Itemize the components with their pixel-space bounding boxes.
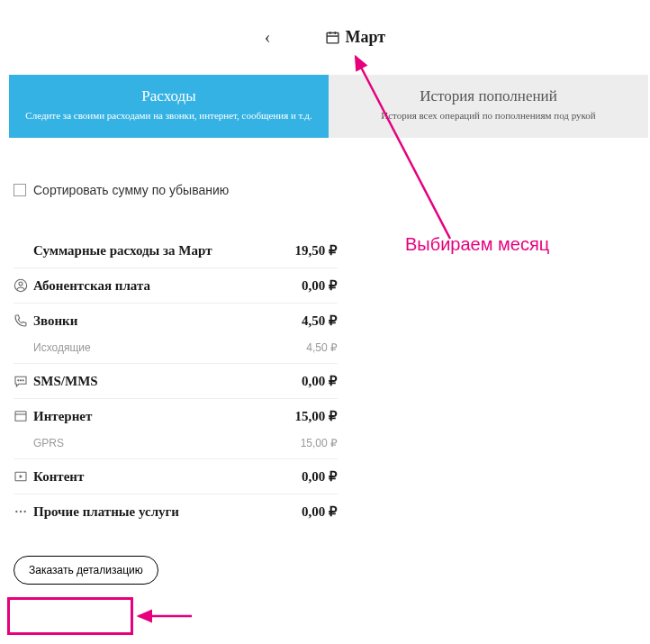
tab-history[interactable]: История пополнений История всех операций… — [329, 75, 648, 138]
dots-icon — [14, 504, 33, 519]
sort-label: Сортировать сумму по убыванию — [33, 183, 229, 197]
play-icon — [14, 469, 33, 484]
svg-point-8 — [19, 282, 23, 286]
row-calls[interactable]: Звонки 4,50 ₽ — [14, 304, 338, 338]
tab-history-title: История пополнений — [338, 87, 639, 105]
tab-history-subtitle: История всех операций по пополнениям под… — [338, 109, 639, 122]
tab-expenses-title: Расходы — [18, 87, 320, 105]
sms-value: 0,00 ₽ — [302, 373, 338, 389]
user-icon — [14, 278, 33, 293]
month-label: Март — [346, 28, 386, 47]
summary-value: 19,50 ₽ — [295, 242, 339, 259]
browser-icon — [14, 409, 33, 423]
row-subscription[interactable]: Абонентская плата 0,00 ₽ — [14, 268, 338, 304]
svg-point-9 — [18, 380, 19, 381]
subscription-value: 0,00 ₽ — [302, 277, 338, 294]
phone-icon — [14, 313, 33, 328]
month-picker[interactable]: Март — [325, 28, 386, 47]
other-label: Прочие платные услуги — [33, 504, 302, 520]
row-sms[interactable]: SMS/MMS 0,00 ₽ — [14, 364, 338, 399]
internet-value: 15,00 ₽ — [295, 408, 339, 424]
calls-label: Звонки — [33, 313, 302, 329]
internet-subvalue: 15,00 ₽ — [301, 437, 338, 449]
content-label: Контент — [33, 469, 302, 485]
summary-label: Суммарные расходы за Март — [33, 243, 295, 259]
row-other[interactable]: Прочие платные услуги 0,00 ₽ — [14, 494, 338, 529]
annotation-highlight — [7, 597, 133, 635]
calendar-icon — [325, 30, 340, 45]
svg-point-15 — [15, 511, 17, 512]
calls-sublabel: Исходящие — [33, 341, 306, 354]
svg-point-11 — [23, 380, 23, 381]
prev-month-button[interactable]: ‹ — [265, 27, 271, 48]
message-icon — [14, 374, 33, 388]
annotation-text: Выбираем месяц — [405, 234, 549, 255]
row-calls-sub: Исходящие 4,50 ₽ — [14, 338, 338, 364]
other-value: 0,00 ₽ — [302, 503, 338, 520]
sms-label: SMS/MMS — [33, 374, 302, 389]
content-value: 0,00 ₽ — [302, 468, 338, 485]
internet-label: Интернет — [33, 409, 295, 424]
tabs: Расходы Следите за своими расходами на з… — [9, 75, 648, 138]
svg-rect-0 — [327, 33, 339, 43]
tab-expenses-subtitle: Следите за своими расходами на звонки, и… — [18, 109, 320, 122]
row-content[interactable]: Контент 0,00 ₽ — [14, 459, 338, 494]
calls-value: 4,50 ₽ — [302, 313, 338, 329]
row-internet-sub: GPRS 15,00 ₽ — [14, 433, 338, 459]
sort-checkbox[interactable] — [14, 184, 26, 196]
annotation-arrow-bottom — [133, 605, 196, 627]
summary-row: Суммарные расходы за Март 19,50 ₽ — [14, 233, 338, 268]
sort-checkbox-row[interactable]: Сортировать сумму по убыванию — [14, 183, 338, 197]
tab-expenses[interactable]: Расходы Следите за своими расходами на з… — [9, 75, 329, 138]
svg-point-16 — [20, 511, 22, 512]
svg-point-17 — [24, 511, 26, 512]
subscription-label: Абонентская плата — [33, 278, 302, 294]
svg-rect-12 — [15, 412, 26, 422]
calls-subvalue: 4,50 ₽ — [306, 341, 338, 354]
row-internet[interactable]: Интернет 15,00 ₽ — [14, 399, 338, 433]
svg-point-10 — [20, 380, 21, 381]
order-details-button[interactable]: Заказать детализацию — [14, 556, 158, 585]
internet-sublabel: GPRS — [33, 437, 301, 449]
expenses-content: Сортировать сумму по убыванию Суммарные … — [14, 138, 338, 585]
month-selector: ‹ Март — [0, 0, 650, 66]
